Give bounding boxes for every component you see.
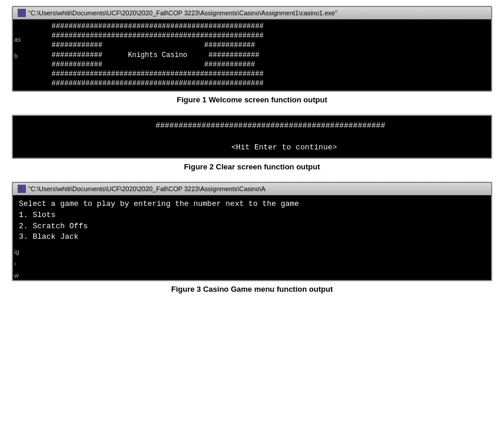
figure3-block: "C:\Users\whiti\Documents\UCF\2020\2020_… [12, 182, 492, 294]
figure1-caption: Figure 1 Welcome screen function output [12, 95, 492, 104]
figure1-body-wrapper: as b ###################################… [13, 19, 491, 91]
figure1-title-text: "C:\Users\whiti\Documents\UCF\2020\2020_… [28, 9, 337, 16]
terminal-icon-1 [18, 9, 26, 17]
figure2-block: ########################################… [12, 115, 492, 171]
figure3-terminal: "C:\Users\whiti\Documents\UCF\2020\2020_… [12, 182, 492, 281]
figure3-title-text: "C:\Users\whiti\Documents\UCF\2020\2020_… [28, 185, 266, 192]
side-label-ig: ig [14, 248, 19, 255]
side-label-as: as [14, 36, 21, 43]
figure3-body-wrapper: ig › w Select a game to play by entering… [13, 195, 491, 280]
figure3-body: Select a game to play by entering the nu… [13, 195, 491, 280]
figure1-body: ########################################… [13, 19, 491, 91]
figure3-titlebar: "C:\Users\whiti\Documents\UCF\2020\2020_… [13, 183, 491, 195]
figure2-body: ########################################… [13, 116, 491, 158]
figure1-titlebar: "C:\Users\whiti\Documents\UCF\2020\2020_… [13, 7, 491, 19]
figure1-block: "C:\Users\whiti\Documents\UCF\2020\2020_… [12, 6, 492, 104]
side-label-w: w [14, 272, 19, 279]
side-label-arrow: › [14, 260, 16, 267]
terminal-icon-3 [18, 185, 26, 193]
side-label-b: b [14, 52, 18, 59]
figure1-terminal: "C:\Users\whiti\Documents\UCF\2020\2020_… [12, 6, 492, 92]
figure2-caption: Figure 2 Clear screen function output [12, 162, 492, 171]
figure2-terminal: ########################################… [12, 115, 492, 159]
figure3-caption: Figure 3 Casino Game menu function outpu… [12, 285, 492, 294]
